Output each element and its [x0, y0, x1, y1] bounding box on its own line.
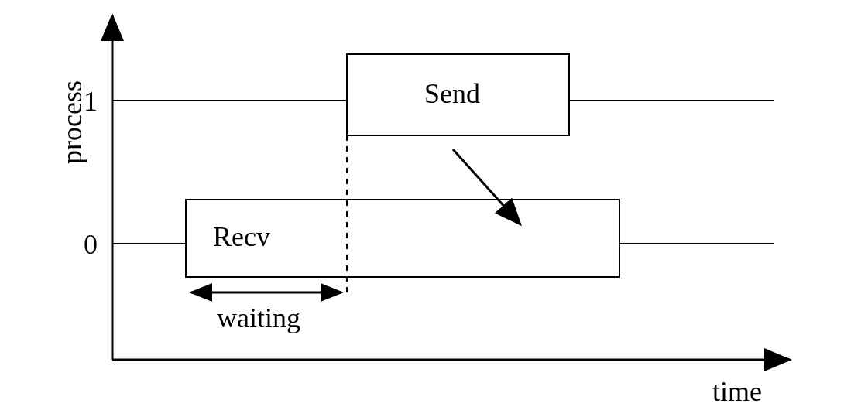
- recv-label: Recv: [213, 220, 270, 253]
- waiting-label: waiting: [217, 302, 300, 334]
- process-timeline-diagram: [0, 0, 868, 417]
- tick-label-1: 1: [84, 85, 98, 118]
- tick-label-0: 0: [84, 228, 98, 261]
- send-label: Send: [424, 77, 480, 110]
- x-axis-title: time: [712, 375, 762, 408]
